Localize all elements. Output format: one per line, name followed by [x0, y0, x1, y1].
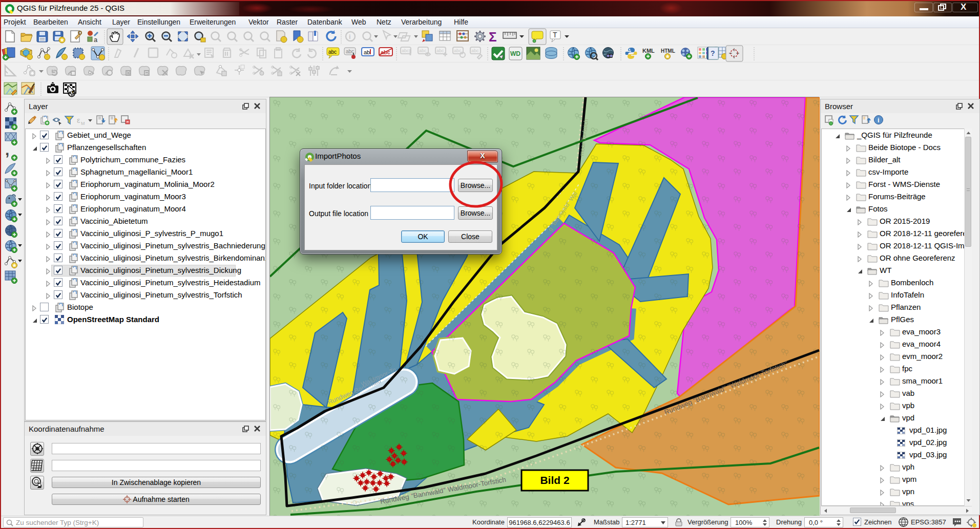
svg-text:ε: ε	[77, 116, 80, 124]
svg-text:Σ: Σ	[489, 29, 497, 45]
svg-text:,: ,	[5, 141, 9, 158]
svg-text:T: T	[553, 31, 557, 39]
svg-text:WD: WD	[510, 50, 520, 57]
svg-text:a: a	[94, 36, 98, 44]
svg-text:?: ?	[711, 49, 715, 57]
svg-text:ab: ab	[364, 49, 370, 55]
svg-text:i: i	[878, 116, 880, 124]
svg-text:Bild 2: Bild 2	[540, 474, 569, 486]
svg-text:KML: KML	[642, 48, 655, 54]
svg-text:i: i	[349, 33, 351, 40]
svg-text:M: M	[81, 121, 85, 126]
svg-text:abc: abc	[471, 48, 479, 53]
svg-text:abc: abc	[346, 49, 354, 54]
svg-text:abc: abc	[436, 48, 444, 53]
svg-text:abc: abc	[419, 48, 427, 53]
svg-text:abc: abc	[454, 48, 462, 53]
svg-text:abc: abc	[328, 49, 337, 55]
svg-text:HTML: HTML	[661, 48, 675, 54]
svg-text:abc: abc	[402, 48, 409, 53]
